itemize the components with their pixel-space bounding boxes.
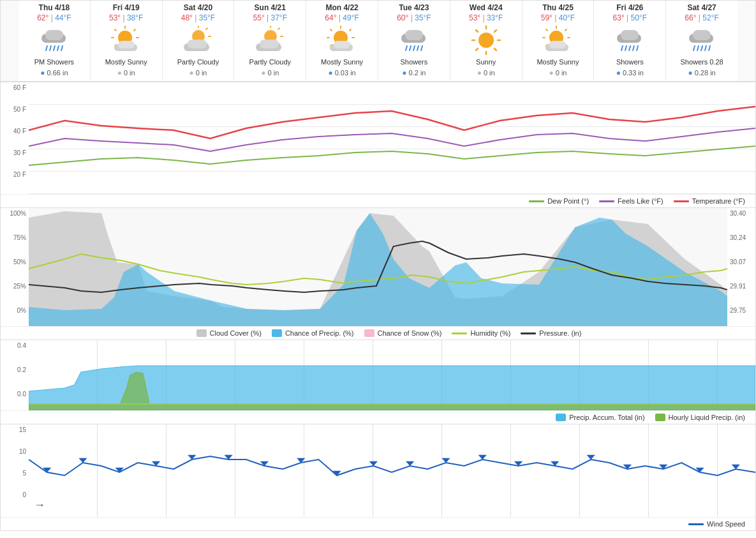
day-condition: Showers [400, 57, 427, 66]
svg-marker-92 [369, 461, 377, 466]
temp-low: 35°F [199, 13, 215, 22]
temp-high: 53° [469, 13, 480, 22]
precip-y-label: 0.0 [17, 391, 26, 398]
next-arrow[interactable] [737, 1, 755, 81]
day-temps: 64° | 49°F [325, 13, 359, 22]
wind-svg [29, 424, 755, 517]
precip-value: 0 in [196, 69, 207, 77]
svg-line-52 [494, 49, 496, 50]
svg-line-2 [46, 46, 47, 50]
humidity-y-label-left: 25% [13, 283, 26, 290]
day-condition: Mostly Sunny [105, 57, 147, 66]
day-col-2: Sat 4/20 48° | 35°F Partly Cloudy ● 0 in [163, 1, 235, 81]
legend-swatch [529, 200, 544, 202]
precip-value: 0 in [124, 69, 135, 77]
day-name: Wed 4/24 [470, 3, 503, 12]
temp-legend: Dew Point (°)Feels Like (°F)Temperature … [1, 194, 755, 207]
day-name: Sun 4/21 [255, 3, 286, 12]
day-precip: ● 0 in [261, 68, 279, 77]
humidity-y-label-right: 30.24 [730, 234, 746, 241]
day-col-0: Thu 4/18 62° | 44°F PM Showers ● 0.66 in [19, 1, 91, 81]
svg-line-73 [693, 46, 695, 50]
wind-y-label: 5 [22, 470, 26, 477]
prev-arrow[interactable] [1, 1, 19, 81]
precip-svg [29, 340, 755, 410]
day-precip: ● 0 in [117, 68, 135, 77]
svg-line-25 [278, 28, 279, 29]
temp-low: 35°F [415, 13, 431, 22]
svg-line-3 [50, 46, 51, 50]
svg-rect-63 [549, 41, 566, 49]
day-precip: ● 0.28 in [688, 68, 715, 77]
day-temps: 48° | 35°F [181, 13, 215, 22]
precip-icon: ● [261, 68, 265, 77]
temp-high: 53° [109, 13, 121, 22]
svg-line-75 [701, 46, 702, 50]
humidity-chart-body [29, 208, 727, 326]
svg-rect-22 [188, 40, 207, 49]
day-name: Thu 4/18 [39, 3, 70, 12]
svg-line-9 [115, 29, 116, 31]
day-name: Sat 4/20 [184, 3, 212, 12]
temp-high: 48° [181, 13, 193, 22]
humidity-y-label-right: 29.75 [730, 307, 746, 314]
day-temps: 62° | 44°F [37, 13, 71, 22]
temp-chart-section: 60 F50 F40 F30 F20 F Dew Point (°)Feels … [1, 82, 755, 207]
legend-item: Pressure. (in) [521, 329, 581, 337]
svg-line-70 [637, 46, 638, 50]
temp-low: 49°F [343, 13, 359, 22]
day-precip: ● 0 in [477, 68, 495, 77]
precip-value: 0.2 in [409, 69, 426, 77]
precip-y-label: 0.2 [17, 366, 26, 373]
day-precip: ● 0.33 in [616, 68, 644, 77]
svg-line-67 [625, 46, 626, 50]
day-name: Fri 4/19 [113, 3, 140, 12]
day-temps: 53° | 38°F [109, 13, 143, 22]
svg-marker-95 [478, 455, 486, 460]
temp-y-label: 20 F [13, 171, 26, 178]
svg-line-69 [633, 46, 634, 50]
precip-value: 0 in [484, 69, 495, 77]
svg-line-54 [476, 49, 478, 50]
humidity-y-label-right: 30.07 [730, 258, 746, 265]
svg-marker-93 [406, 461, 414, 466]
day-precip: ● 0.2 in [402, 68, 426, 77]
day-icon [37, 25, 71, 56]
day-name: Thu 4/25 [542, 3, 574, 12]
precip-icon: ● [549, 68, 553, 77]
day-icon [685, 25, 719, 56]
day-condition: Sunny [476, 57, 496, 66]
legend-item: Dew Point (°) [529, 197, 589, 205]
humidity-svg [29, 208, 727, 326]
precip-icon: ● [328, 68, 332, 77]
day-col-6: Wed 4/24 53° | 33°F Sunny ● 0 in [450, 1, 523, 81]
svg-line-42 [410, 46, 411, 50]
precip-value: 0.03 in [335, 69, 356, 77]
humidity-y-label-left: 50% [13, 258, 26, 265]
day-col-5: Tue 4/23 60° | 35°F Showers ● 0.2 in [378, 1, 450, 81]
day-temps: 60° | 35°F [397, 13, 431, 22]
humidity-y-axis-left: 100%75%50%25%0% [1, 208, 29, 326]
humidity-legend: Cloud Cover (%)Chance of Precip. (%)Chan… [1, 326, 755, 340]
wind-y-axis: 151050 [1, 424, 29, 517]
humidity-y-label-left: 75% [13, 234, 26, 241]
temp-high: 55° [253, 13, 265, 22]
day-condition: PM Showers [34, 57, 74, 66]
svg-line-44 [417, 46, 419, 50]
legend-item: Chance of Snow (%) [364, 329, 442, 337]
wind-y-label: 10 [19, 448, 26, 455]
days-wrapper: Thu 4/18 62° | 44°F PM Showers ● 0.66 in… [19, 1, 737, 81]
precip-value: 0.28 in [695, 69, 716, 77]
day-icon [109, 25, 144, 56]
svg-rect-15 [118, 41, 135, 49]
day-precip: ● 0 in [549, 68, 567, 77]
day-name: Sat 4/27 [687, 3, 716, 12]
legend-item: Cloud Cover (%) [196, 329, 262, 337]
svg-rect-1 [45, 30, 63, 40]
legend-swatch [688, 523, 704, 525]
wind-legend: Wind Speed [1, 517, 755, 530]
temp-low: 40°F [559, 13, 575, 22]
day-temps: 55° | 37°F [253, 13, 287, 22]
day-condition: Partly Cloudy [177, 57, 219, 66]
precip-icon: ● [189, 68, 193, 77]
